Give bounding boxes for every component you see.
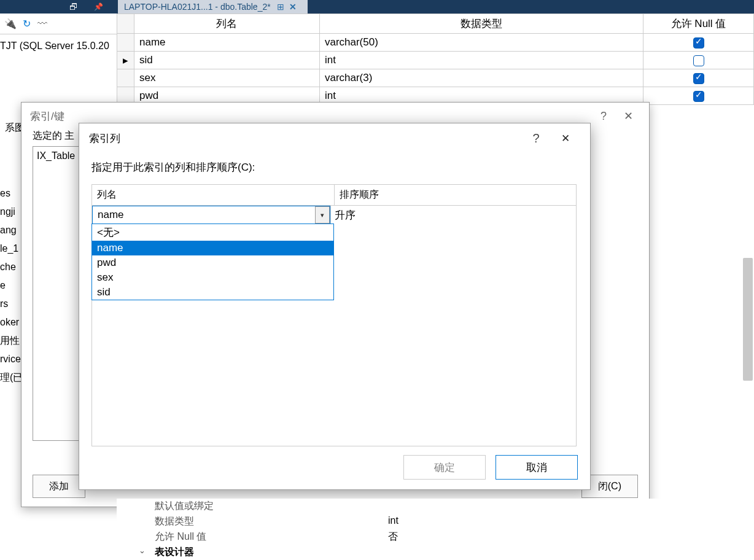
column-properties: 默认值或绑定数据类型int允许 Null 值否 ⌄ 表设计器 <box>117 499 754 560</box>
checkbox-icon[interactable] <box>693 37 704 49</box>
prop-key: 允许 Null 值 <box>155 531 388 543</box>
col-name-cell[interactable]: sex <box>134 69 320 87</box>
chevron-down-icon[interactable]: ▾ <box>315 206 330 224</box>
tab-label: LAPTOP-HLA021J1...1 - dbo.Table_2* <box>124 2 271 12</box>
tree-item[interactable]: rs <box>0 295 22 313</box>
tab-pin-icon[interactable]: ⊞ <box>277 2 284 12</box>
refresh-icon[interactable]: ↻ <box>18 16 34 32</box>
col-name-cell[interactable]: sid <box>134 52 320 69</box>
tree-item[interactable]: ngji <box>0 203 22 221</box>
document-tab[interactable]: LAPTOP-HLA021J1...1 - dbo.Table_2* ⊞ ✕ <box>118 0 308 14</box>
col-name-cell[interactable]: name <box>134 34 320 52</box>
column-dropdown[interactable]: name ▾ <box>92 206 330 224</box>
tree-item[interactable]: che <box>0 258 22 276</box>
add-button[interactable]: 添加 <box>33 475 85 498</box>
expand-icon[interactable]: ⌄ <box>139 546 146 555</box>
dropdown-option[interactable]: sex <box>92 270 333 285</box>
prop-val: 否 <box>388 531 398 543</box>
dialog2-title: 索引列 <box>89 131 120 146</box>
checkbox-icon[interactable] <box>693 91 704 102</box>
tree-item[interactable]: rvices 目录 <box>0 350 22 368</box>
row-selector[interactable] <box>117 69 134 87</box>
allow-null-cell[interactable] <box>643 87 754 105</box>
dialog1-title: 索引/键 <box>30 109 64 123</box>
allow-null-cell[interactable] <box>643 69 754 87</box>
row-selector[interactable] <box>117 34 134 52</box>
dialog2-help-icon[interactable]: ? <box>521 131 551 146</box>
tree-item[interactable]: 理(已禁用代理 XP) <box>0 368 22 387</box>
dropdown-option[interactable]: name <box>92 241 333 255</box>
dropdown-option[interactable]: pwd <box>92 255 333 270</box>
ok-button[interactable]: 确定 <box>403 455 486 480</box>
activity-icon[interactable]: 〰 <box>34 16 50 32</box>
grid-header-col[interactable]: 列名 <box>134 14 320 34</box>
tree-item[interactable]: e <box>0 276 22 295</box>
tree-item[interactable]: oker <box>0 313 22 332</box>
props-designer-label[interactable]: 表设计器 <box>155 546 388 559</box>
col-type-cell[interactable]: varchar(3) <box>319 69 643 87</box>
dropdown-list[interactable]: <无>namepwdsexsid <box>91 224 334 300</box>
prop-val: int <box>388 515 398 528</box>
tree-item[interactable]: le_1 <box>0 239 22 258</box>
col-type-cell[interactable]: int <box>319 52 643 69</box>
tree-item[interactable]: 用性 <box>0 332 22 350</box>
connect-icon[interactable]: 🔌 <box>2 16 18 32</box>
dropdown-option[interactable]: <无> <box>92 224 333 241</box>
tab-close-icon[interactable]: ✕ <box>289 2 297 12</box>
dropdown-option[interactable]: sid <box>92 285 333 300</box>
index-columns-dialog: 索引列 ? ✕ 指定用于此索引的列和排序顺序(C): 列名 排序顺序 name … <box>79 123 591 490</box>
object-explorer-toolbar: 🔌 ↻ 〰 <box>0 14 117 34</box>
table-designer-grid: 列名 数据类型 允许 Null 值 name varchar(50) ▸ sid… <box>117 14 754 105</box>
grid-header-null[interactable]: 允许 Null 值 <box>643 14 754 34</box>
grid-header-type[interactable]: 数据类型 <box>319 14 643 34</box>
dialog1-close-icon[interactable]: ✕ <box>616 109 640 123</box>
allow-null-cell[interactable] <box>643 34 754 52</box>
server-node[interactable]: TJT (SQL Server 15.0.20 <box>0 41 109 52</box>
checkbox-icon[interactable] <box>693 73 704 84</box>
restore-icon[interactable]: 🗗 <box>61 0 86 14</box>
sort-order-cell[interactable]: 升序 <box>331 206 577 225</box>
dialog2-instruction: 指定用于此索引的列和排序顺序(C): <box>91 160 578 174</box>
prop-key: 数据类型 <box>155 515 388 528</box>
row-selector[interactable]: ▸ <box>117 52 134 69</box>
tree-item[interactable]: es <box>0 184 22 203</box>
grid-corner <box>117 14 134 34</box>
pin-icon[interactable]: 📌 <box>86 0 111 14</box>
index-columns-grid: 列名 排序顺序 name ▾ <无>namepwdsexsid 升序 <box>91 184 577 446</box>
cancel-button[interactable]: 取消 <box>496 455 578 480</box>
col-header-name[interactable]: 列名 <box>92 185 335 205</box>
dialog1-help-icon[interactable]: ? <box>591 110 616 123</box>
col-type-cell[interactable]: varchar(50) <box>319 34 643 52</box>
allow-null-cell[interactable] <box>643 52 754 69</box>
tree-item[interactable]: ang <box>0 221 22 239</box>
col-header-sort[interactable]: 排序顺序 <box>335 185 577 205</box>
dropdown-value: name <box>93 206 315 224</box>
prop-key: 默认值或绑定 <box>155 500 388 513</box>
checkbox-icon[interactable] <box>693 55 704 66</box>
vertical-scrollbar[interactable] <box>743 258 753 381</box>
dialog2-close-icon[interactable]: ✕ <box>551 132 580 145</box>
